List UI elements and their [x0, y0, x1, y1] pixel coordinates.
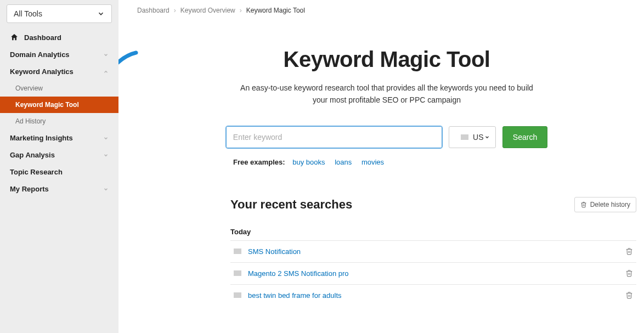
hero-section: Keyword Magic Tool An easy-to-use keywor…: [200, 47, 573, 166]
history-term: SMS Notification: [248, 247, 301, 256]
main-content: Dashboard › Keyword Overview › Keyword M…: [118, 0, 644, 333]
sidebar: All Tools Dashboard Domain Analytics Key…: [0, 0, 118, 333]
history-item[interactable]: Magento 2 SMS Notification pro: [234, 269, 349, 278]
chevron-down-icon: [484, 134, 490, 140]
recent-heading: Your recent searches: [230, 197, 352, 212]
sidebar-item-domain-analytics[interactable]: Domain Analytics: [0, 46, 118, 63]
chevron-down-icon: [103, 187, 109, 192]
breadcrumb-item[interactable]: Dashboard: [137, 7, 170, 14]
sidebar-sub-ad-history[interactable]: Ad History: [0, 113, 118, 129]
examples-label: Free examples:: [233, 158, 285, 166]
annotation-arrow-icon: [118, 46, 142, 95]
sidebar-item-my-reports[interactable]: My Reports: [0, 180, 118, 197]
chevron-down-icon: [103, 136, 109, 141]
page-title: Keyword Magic Tool: [200, 47, 573, 72]
flag-icon: [234, 292, 241, 298]
example-link[interactable]: loans: [335, 158, 352, 166]
chevron-down-icon: [103, 52, 109, 58]
flag-icon: [234, 270, 241, 276]
breadcrumb-item[interactable]: Keyword Overview: [180, 7, 235, 14]
sidebar-item-label: Marketing Insights: [10, 134, 73, 142]
history-term: best twin bed frame for adults: [248, 291, 342, 300]
tools-dropdown-label: All Tools: [14, 9, 42, 18]
flag-icon: [461, 134, 468, 140]
trash-icon: [580, 201, 587, 208]
keyword-input[interactable]: [226, 126, 442, 148]
example-link[interactable]: movies: [361, 158, 384, 166]
example-link[interactable]: buy books: [292, 158, 325, 166]
today-label: Today: [230, 228, 636, 236]
breadcrumb-item-current: Keyword Magic Tool: [246, 7, 305, 14]
free-examples: Free examples: buy books loans movies: [233, 158, 540, 166]
sidebar-item-label: Gap Analysis: [10, 151, 55, 159]
delete-history-button[interactable]: Delete history: [574, 197, 636, 212]
trash-icon[interactable]: [625, 269, 633, 277]
search-button[interactable]: Search: [502, 126, 547, 148]
sidebar-item-keyword-analytics[interactable]: Keyword Analytics: [0, 63, 118, 80]
history-item[interactable]: SMS Notification: [234, 247, 301, 256]
sidebar-item-label: Domain Analytics: [10, 50, 70, 59]
history-term: Magento 2 SMS Notification pro: [248, 269, 349, 278]
chevron-right-icon: ›: [174, 7, 176, 14]
chevron-right-icon: ›: [240, 7, 242, 14]
chevron-down-icon: [97, 10, 105, 18]
breadcrumb: Dashboard › Keyword Overview › Keyword M…: [137, 7, 636, 14]
sidebar-item-label: Topic Research: [10, 168, 63, 176]
history-item[interactable]: best twin bed frame for adults: [234, 291, 342, 300]
recent-searches: Your recent searches Delete history Toda…: [137, 197, 636, 306]
country-label: US: [473, 133, 483, 142]
sidebar-item-label: Dashboard: [24, 33, 61, 42]
history-row: SMS Notification: [230, 240, 636, 262]
trash-icon[interactable]: [625, 291, 633, 299]
chevron-up-icon: [103, 69, 109, 75]
sidebar-item-marketing-insights[interactable]: Marketing Insights: [0, 129, 118, 146]
sidebar-item-topic-research[interactable]: Topic Research: [0, 163, 118, 180]
home-icon: [10, 33, 19, 42]
sidebar-sub-keyword-magic-tool[interactable]: Keyword Magic Tool: [0, 97, 118, 113]
sidebar-item-label: Keyword Analytics: [10, 67, 74, 76]
sidebar-item-dashboard[interactable]: Dashboard: [0, 29, 118, 46]
history-row: Magento 2 SMS Notification pro: [230, 262, 636, 284]
search-row: US Search: [200, 126, 573, 148]
sidebar-nav: Dashboard Domain Analytics Keyword Analy…: [0, 29, 118, 197]
sidebar-item-label: My Reports: [10, 185, 49, 193]
trash-icon[interactable]: [625, 247, 633, 255]
flag-icon: [234, 249, 241, 254]
delete-history-label: Delete history: [590, 201, 630, 208]
chevron-down-icon: [103, 153, 109, 158]
sidebar-sub-overview[interactable]: Overview: [0, 80, 118, 97]
sidebar-item-gap-analysis[interactable]: Gap Analysis: [0, 146, 118, 163]
country-dropdown[interactable]: US: [449, 126, 496, 148]
history-row: best twin bed frame for adults: [230, 284, 636, 306]
page-subtitle: An easy-to-use keyword research tool tha…: [239, 82, 535, 106]
tools-dropdown[interactable]: All Tools: [7, 4, 112, 23]
